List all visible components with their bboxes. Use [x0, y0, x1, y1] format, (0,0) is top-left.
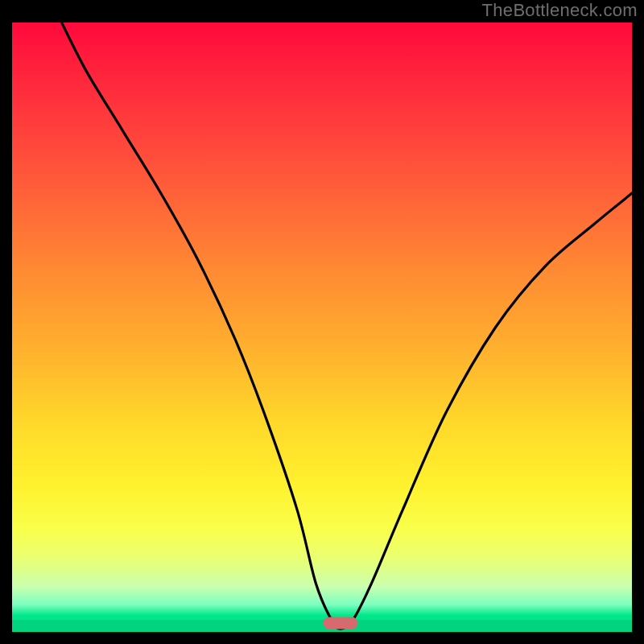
- bottleneck-curve: [12, 23, 632, 632]
- plot-area: [12, 23, 632, 632]
- optimal-marker: [324, 617, 358, 629]
- watermark-label: TheBottleneck.com: [482, 0, 638, 21]
- chart-frame: TheBottleneck.com: [0, 0, 644, 644]
